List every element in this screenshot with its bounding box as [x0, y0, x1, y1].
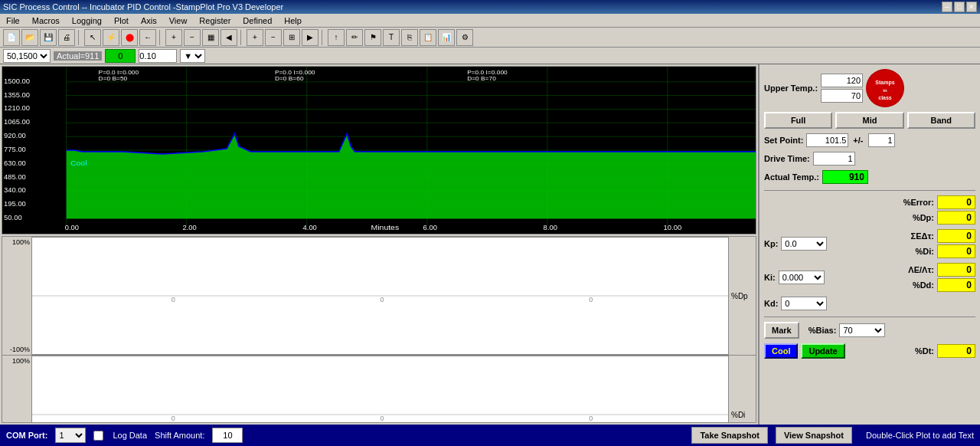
- connect-button[interactable]: ⚡: [103, 29, 119, 46]
- ki-select[interactable]: 0.000: [779, 271, 825, 284]
- update-button[interactable]: Update: [801, 343, 844, 359]
- menu-logging[interactable]: Logging: [69, 15, 105, 26]
- close-button[interactable]: ✕: [966, 2, 977, 12]
- dp-top: 100%: [4, 238, 30, 246]
- full-mid-band-row: Full Mid Band: [764, 112, 975, 129]
- plusminus-input[interactable]: [868, 133, 895, 147]
- open-button[interactable]: 📂: [21, 29, 38, 46]
- svg-text:1500.00: 1500.00: [4, 77, 30, 85]
- step-input[interactable]: [139, 49, 177, 63]
- stop-button[interactable]: ⬤: [121, 29, 138, 46]
- bias-select[interactable]: 70: [839, 323, 885, 337]
- menu-defined[interactable]: Defined: [240, 15, 275, 26]
- copy-btn[interactable]: ⎘: [401, 29, 418, 46]
- di-labels: 100% -100%: [2, 356, 31, 423]
- drive-time-input[interactable]: [813, 152, 855, 166]
- upper-temp-input[interactable]: [821, 74, 863, 87]
- ki-aelta-row: Ki: 0.000 ΛE/Λτ: 0 %Dd: 0: [764, 263, 975, 292]
- zoom-box[interactable]: ▦: [202, 29, 219, 46]
- kd-select[interactable]: 0: [781, 297, 827, 310]
- menu-help[interactable]: Help: [281, 15, 305, 26]
- new-button[interactable]: 📄: [3, 29, 20, 46]
- pan-right[interactable]: ▶: [302, 29, 318, 46]
- app-window: SIC Process Control -- Incubator PID Con…: [0, 0, 980, 446]
- temp-inputs: [821, 74, 863, 103]
- svg-text:D=0  B=70: D=0 B=70: [467, 75, 496, 82]
- dp-label: %Dp:: [913, 213, 934, 222]
- cursor-button[interactable]: ↖: [84, 29, 101, 46]
- svg-text:1210.00: 1210.00: [4, 105, 30, 113]
- pan-left[interactable]: ◀: [220, 29, 237, 46]
- menu-axis[interactable]: Axis: [138, 15, 160, 26]
- settings-btn[interactable]: ⚙: [456, 29, 473, 46]
- dd-label: %Dd:: [913, 280, 934, 290]
- full-button[interactable]: Full: [764, 112, 832, 129]
- di-row-inner: %Di: 0: [916, 244, 975, 258]
- svg-text:D=0  B=50: D=0 B=50: [99, 75, 128, 82]
- dp-labels: 100% -100%: [2, 237, 31, 355]
- svg-text:1355.00: 1355.00: [4, 91, 30, 99]
- menu-register[interactable]: Register: [196, 15, 234, 26]
- minimize-button[interactable]: ─: [942, 2, 952, 12]
- lower-temp-input[interactable]: [821, 89, 863, 103]
- bias-label: %Bias:: [808, 326, 837, 335]
- app-title: SIC Process Control -- Incubator PID Con…: [3, 2, 283, 11]
- zoom-in-h[interactable]: +: [165, 29, 182, 46]
- pencil-btn[interactable]: ✏: [346, 29, 363, 46]
- kp-select[interactable]: 0.0: [781, 237, 827, 251]
- svg-text:630.00: 630.00: [4, 159, 26, 167]
- menu-plot[interactable]: Plot: [111, 15, 132, 26]
- left-charts: 1500.00 1355.00 1210.00 1065.00 920.00 7…: [0, 64, 758, 425]
- maximize-button[interactable]: □: [954, 2, 965, 12]
- di-label: %Di:: [916, 247, 934, 256]
- mark-button[interactable]: Mark: [764, 322, 799, 339]
- mid-button[interactable]: Mid: [835, 112, 903, 129]
- main-chart[interactable]: 1500.00 1355.00 1210.00 1065.00 920.00 7…: [2, 66, 756, 234]
- svg-text:class: class: [878, 95, 892, 100]
- svg-text:1065.00: 1065.00: [4, 119, 30, 126]
- mark-bias-row: Mark %Bias: 70: [764, 322, 975, 339]
- chart-btn[interactable]: 📊: [438, 29, 455, 46]
- menu-macros[interactable]: Macros: [29, 15, 63, 26]
- zero-button[interactable]: 0: [105, 49, 136, 63]
- error-dp-vals: %Error: 0 %Dp: 0: [903, 195, 975, 225]
- pid-dp-row: 100% -100% 0 0 0 %Dp: [2, 237, 756, 356]
- kp-label: Kp:: [764, 239, 778, 248]
- save-button[interactable]: 💾: [40, 29, 57, 46]
- log-data-label: Log Data: [113, 431, 147, 440]
- up-btn[interactable]: ↑: [328, 29, 345, 46]
- cool-button[interactable]: Cool: [764, 343, 798, 359]
- di-top: 100%: [4, 357, 30, 365]
- zoom-select[interactable]: 50,1500: [3, 49, 51, 63]
- zoom-plus[interactable]: +: [247, 29, 263, 46]
- dt-value-display: 0: [937, 344, 975, 358]
- shift-amount-input[interactable]: [212, 428, 243, 443]
- zoom-out-h[interactable]: −: [184, 29, 201, 46]
- grid-btn[interactable]: ⊞: [283, 29, 300, 46]
- marker-btn[interactable]: ⚑: [364, 29, 381, 46]
- take-snapshot-button[interactable]: Take Snapshot: [691, 427, 767, 444]
- di-svg: 0 0 0: [32, 356, 728, 423]
- nav-bar: 50,1500 Actual=911 0 ▼: [0, 48, 980, 64]
- menu-view[interactable]: View: [166, 15, 191, 26]
- com-port-select[interactable]: 1: [55, 428, 86, 443]
- di-right-label: %Di: [729, 356, 756, 423]
- svg-text:in: in: [883, 88, 887, 93]
- svg-text:Stamps: Stamps: [875, 80, 894, 86]
- upper-temp-row: Upper Temp.: Stamps in class: [764, 69, 975, 107]
- setpoint-input[interactable]: [806, 133, 848, 147]
- band-button[interactable]: Band: [907, 112, 975, 129]
- svg-text:2.00: 2.00: [183, 224, 197, 231]
- paste-btn[interactable]: 📋: [420, 29, 436, 46]
- dt-val-label: %Dt:: [915, 346, 934, 356]
- menu-file[interactable]: File: [3, 15, 23, 26]
- step-select[interactable]: ▼: [180, 49, 205, 63]
- text-btn[interactable]: T: [383, 29, 400, 46]
- print-button[interactable]: 🖨: [58, 29, 75, 46]
- log-data-checkbox[interactable]: [93, 431, 103, 441]
- zoom-minus[interactable]: −: [265, 29, 282, 46]
- sigma-value: 0: [937, 229, 975, 243]
- view-snapshot-button[interactable]: View Snapshot: [776, 427, 852, 444]
- back-button[interactable]: ←: [139, 29, 156, 46]
- svg-text:920.00: 920.00: [4, 132, 26, 139]
